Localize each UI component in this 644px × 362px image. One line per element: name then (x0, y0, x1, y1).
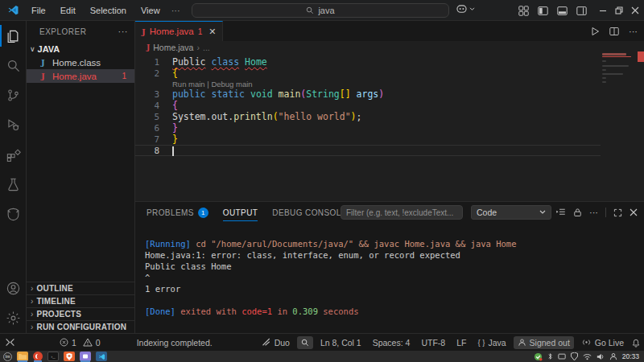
file-item-home-class[interactable]: JHome.class (27, 56, 134, 69)
output-line: ^ (145, 273, 644, 284)
duo-status[interactable]: Duo (258, 336, 294, 349)
problems-count-badge: 1 (198, 208, 208, 218)
open-log-file-icon[interactable] (555, 208, 566, 217)
mint-menu-button[interactable]: lm (3, 352, 12, 361)
code-line-5: 5System.out.println("hello world"); (135, 111, 601, 122)
activitybar-explorer-icon[interactable] (0, 21, 27, 51)
panel-more-actions-icon[interactable]: ··· (589, 208, 598, 217)
toggle-secondary-sidebar-icon[interactable] (576, 6, 587, 16)
panel-tab-output[interactable]: OUTPUT (223, 202, 258, 223)
output-filter-input[interactable] (341, 205, 463, 220)
line-number: 5 (135, 112, 159, 122)
wifi-icon[interactable] (583, 353, 592, 360)
signin-status[interactable]: Signed out (514, 336, 574, 349)
sidebar-section-projects[interactable]: ›PROJECTS (27, 307, 134, 320)
split-editor-icon[interactable] (609, 27, 619, 36)
tab-bar: J Home.java 1 ✕ ··· (135, 21, 644, 41)
encoding-status[interactable]: UTF-8 (417, 336, 449, 349)
panel-tab-label: PROBLEMS (147, 208, 194, 217)
menubar-more-button[interactable]: ··· (166, 4, 186, 17)
display-icon[interactable] (558, 353, 566, 360)
chevron-down-icon (469, 7, 475, 11)
activitybar-account-icon[interactable] (0, 274, 27, 303)
copilot-menu-button[interactable] (456, 4, 475, 14)
brave-app[interactable] (64, 352, 75, 361)
language-mode[interactable]: { } Java (473, 336, 510, 349)
activitybar-run-debug-icon[interactable] (0, 110, 27, 140)
volume-icon[interactable] (597, 353, 605, 360)
output-channel-value: Code (477, 208, 497, 217)
sidebar-section-run-configuration[interactable]: ›RUN CONFIGURATION (27, 320, 134, 333)
customize-layout-icon[interactable] (518, 6, 529, 16)
clock[interactable]: 20:33 (622, 352, 639, 360)
tab-home-java[interactable]: J Home.java 1 ✕ (135, 21, 223, 41)
notifications-bell-icon[interactable] (631, 338, 641, 348)
sidebar-section-timeline[interactable]: ›TIMELINE (27, 294, 134, 307)
editor-more-actions-icon[interactable]: ··· (629, 27, 638, 36)
line-number: 7 (135, 134, 159, 145)
browser-app[interactable] (33, 352, 43, 361)
activitybar-settings-icon[interactable] (0, 303, 27, 333)
file-item-home-java[interactable]: JHome.java1 (27, 69, 134, 83)
maximize-panel-icon[interactable] (613, 208, 622, 217)
menu-view[interactable]: View (135, 4, 166, 17)
status-bar: 1 0 Indexing completed. Duo Ln 8, Col 1 … (0, 333, 644, 351)
activitybar-testing-icon[interactable] (0, 170, 27, 200)
panel-tab-debug-console[interactable]: DEBUG CONSOLE (272, 202, 346, 223)
line-number: 4 (135, 101, 159, 111)
restore-icon[interactable] (615, 6, 623, 14)
command-center-search[interactable]: java (192, 3, 449, 18)
activitybar-source-control-icon[interactable] (0, 80, 27, 110)
search-status-button[interactable] (297, 336, 313, 349)
menu-file[interactable]: File (26, 4, 52, 17)
output-channel-select[interactable]: Code (471, 205, 551, 220)
tab-close-icon[interactable]: ✕ (208, 27, 216, 37)
search-icon (306, 6, 314, 14)
cursor-position[interactable]: Ln 8, Col 1 (316, 336, 365, 349)
eol-status[interactable]: LF (452, 336, 470, 349)
tab-label: Home.java (150, 27, 194, 36)
code-text: public static void main(String[] args) (172, 88, 384, 100)
file-manager-app[interactable] (17, 352, 28, 361)
file-label: Home.class (52, 58, 101, 68)
toggle-panel-icon[interactable] (557, 6, 568, 16)
terminal-app[interactable]: ›_ (47, 352, 59, 361)
vscode-app[interactable] (96, 352, 107, 361)
close-panel-icon[interactable] (630, 208, 638, 216)
breadcrumb-separator: › (196, 43, 200, 52)
account-icon (518, 338, 526, 347)
toggle-sidebar-icon[interactable] (538, 6, 548, 16)
menubar: FileEditSelectionView (26, 4, 166, 17)
minimap[interactable] (601, 51, 638, 108)
chevron-right-icon: › (31, 323, 34, 331)
minimize-icon[interactable] (599, 6, 607, 14)
activitybar-search-icon[interactable] (0, 51, 27, 80)
file-label: Home.java (52, 72, 97, 81)
activitybar-gitlens-icon[interactable] (0, 200, 27, 229)
lock-autoscroll-icon[interactable] (573, 208, 582, 217)
remote-indicator-icon[interactable] (5, 338, 15, 347)
menu-selection[interactable]: Selection (85, 4, 132, 17)
bluetooth-icon[interactable] (547, 352, 553, 360)
close-icon[interactable] (631, 6, 639, 14)
folder-row-java[interactable]: ∨ JAVA (27, 42, 134, 56)
problems-status[interactable]: 1 0 (56, 336, 105, 349)
line-number: 3 (135, 89, 159, 100)
indentation-status[interactable]: Spaces: 4 (369, 336, 415, 349)
security-shield-icon[interactable] (571, 352, 578, 360)
boxes-app[interactable] (80, 352, 91, 361)
run-file-icon[interactable] (590, 27, 600, 36)
code-line-7: 7} (135, 134, 601, 145)
breadcrumb[interactable]: J Home.java › ... (135, 41, 644, 53)
java-file-icon: J (41, 72, 48, 80)
battery-icon[interactable] (609, 352, 617, 360)
explorer-more-actions-icon[interactable]: ··· (118, 27, 129, 36)
codelens-run-debug[interactable]: Run main | Debug main (135, 79, 601, 88)
menu-edit[interactable]: Edit (55, 4, 81, 17)
activitybar-extensions-icon[interactable] (0, 140, 27, 170)
go-live-button[interactable]: Go Live (577, 336, 628, 349)
updates-icon[interactable] (534, 352, 543, 361)
code-editor[interactable]: 1Public class Home2{Run main | Debug mai… (135, 53, 601, 156)
panel-tab-problems[interactable]: PROBLEMS1 (147, 202, 208, 223)
sidebar-section-outline[interactable]: ›OUTLINE (27, 282, 134, 294)
